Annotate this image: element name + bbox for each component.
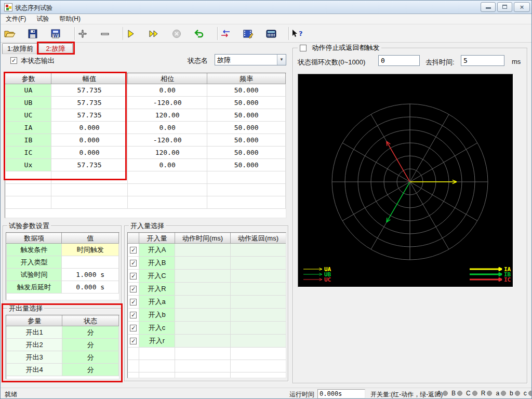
phase-cell[interactable]: 120.00 (127, 109, 207, 122)
action-time-cell[interactable] (175, 309, 231, 322)
test-params-table: 数据项 值 触发条件 时间触发 开入类型 (6, 232, 119, 300)
amplitude-cell[interactable]: 0.000 (51, 147, 128, 159)
param-value-cell[interactable]: 1.000 s (62, 269, 119, 281)
channel-name-cell: IA (6, 122, 51, 134)
indicator-dot (487, 391, 492, 396)
menu-test[interactable]: 试验 (31, 14, 54, 24)
input-checkbox[interactable]: ✓ (130, 247, 137, 254)
action-return-cell[interactable] (231, 296, 286, 309)
output-select-table: 参量 状态 开出1 分 开出2 分 (6, 315, 119, 379)
input-checkbox[interactable]: ✓ (130, 312, 137, 318)
action-time-cell[interactable] (175, 335, 231, 348)
frequency-cell[interactable]: 50.000 (207, 109, 286, 122)
undo-button[interactable] (192, 26, 206, 41)
amplitude-cell[interactable]: 57.735 (51, 97, 128, 109)
input-checkbox[interactable]: ✓ (130, 325, 137, 331)
menu-help[interactable]: 帮助(H) (54, 14, 86, 24)
waveform-report-icon (243, 29, 254, 38)
minimize-button[interactable] (481, 2, 496, 12)
run-all-button[interactable] (147, 26, 161, 41)
trigger-checkbox[interactable] (300, 45, 307, 51)
frequency-cell[interactable]: 50.000 (207, 147, 286, 159)
phase-cell[interactable]: 120.00 (127, 147, 207, 159)
run-button[interactable] (124, 26, 138, 41)
channel-row: IB 0.000 -120.00 50.000 (6, 134, 286, 147)
calculator-button[interactable] (264, 26, 278, 41)
action-return-cell[interactable] (231, 309, 286, 322)
runtime-label: 运行时间 (289, 390, 314, 399)
action-time-cell[interactable] (175, 244, 231, 257)
open-button[interactable] (3, 26, 17, 41)
input-checkbox[interactable]: ✓ (130, 338, 137, 344)
tab-prefault[interactable]: 1:故障前 (2, 43, 38, 54)
test-params-title: 试验参数设置 (7, 221, 51, 231)
col-phase: 相位 (127, 74, 207, 84)
action-time-cell[interactable] (175, 270, 231, 283)
input-checkbox[interactable]: ✓ (130, 260, 137, 267)
remove-state-button[interactable] (98, 26, 112, 41)
phase-cell[interactable]: 0.00 (127, 159, 207, 171)
action-return-cell[interactable] (231, 335, 286, 348)
loop-count-input[interactable]: 0 (378, 55, 420, 66)
phase-cell[interactable]: -120.00 (127, 97, 207, 109)
action-return-cell[interactable] (231, 270, 286, 283)
close-button[interactable]: × (514, 2, 530, 12)
phase-cell[interactable]: -120.00 (127, 134, 207, 147)
action-return-cell[interactable] (231, 283, 286, 296)
input-checkbox[interactable]: ✓ (130, 286, 137, 292)
action-return-cell[interactable] (231, 257, 286, 270)
state-output-checkbox[interactable]: ✓ (10, 57, 17, 64)
col-output-state: 状态 (62, 316, 119, 326)
close-icon: × (520, 3, 524, 11)
input-name-cell: 开入r (139, 335, 175, 348)
param-value-cell[interactable]: 0.000 s (62, 281, 119, 294)
input-checkbox[interactable]: ✓ (130, 273, 137, 280)
phasor-plot: UAUBUCIAIBIC (298, 74, 513, 287)
svg-text:IC: IC (504, 276, 511, 283)
action-time-cell[interactable] (175, 322, 231, 335)
action-return-cell[interactable] (231, 322, 286, 335)
maximize-button[interactable] (497, 2, 512, 12)
waveform-report-button[interactable] (241, 26, 255, 41)
amplitude-cell[interactable]: 57.735 (51, 109, 128, 122)
debounce-input[interactable]: 5 (461, 55, 504, 66)
context-help-button[interactable]: ? (289, 26, 303, 41)
phasor-view-button[interactable] (218, 26, 232, 41)
output-name-cell: 开出1 (7, 326, 62, 339)
frequency-cell[interactable]: 50.000 (207, 97, 286, 109)
frequency-cell[interactable]: 50.000 (207, 134, 286, 147)
output-state-cell[interactable]: 分 (62, 364, 119, 376)
export-report-button[interactable]: W (48, 26, 62, 41)
output-state-cell[interactable]: 分 (62, 351, 119, 364)
action-time-cell[interactable] (175, 283, 231, 296)
input-checkbox[interactable]: ✓ (130, 299, 137, 305)
output-state-cell[interactable]: 分 (62, 326, 119, 339)
frequency-cell[interactable]: 50.000 (207, 159, 286, 171)
indicator-dot (501, 391, 506, 396)
action-time-cell[interactable] (175, 296, 231, 309)
state-output-label: 本状态输出 (21, 56, 55, 65)
action-return-cell[interactable] (231, 244, 286, 257)
amplitude-cell[interactable]: 57.735 (51, 84, 128, 97)
save-button[interactable] (25, 26, 39, 41)
param-value-cell[interactable] (62, 256, 119, 269)
state-name-combobox[interactable]: 故障 ▼ (215, 54, 286, 65)
output-state-cell[interactable]: 分 (62, 339, 119, 351)
empty-row (6, 196, 286, 209)
action-time-cell[interactable] (175, 257, 231, 270)
amplitude-cell[interactable]: 0.000 (51, 134, 128, 147)
col-frequency: 频率 (207, 74, 286, 84)
phase-cell[interactable]: 0.00 (127, 84, 207, 97)
chevron-down-icon[interactable]: ▼ (277, 55, 286, 65)
frequency-cell[interactable]: 50.000 (207, 84, 286, 97)
amplitude-cell[interactable]: 57.735 (51, 159, 128, 171)
tab-fault[interactable]: 2:故障 (38, 43, 73, 54)
stop-button[interactable] (169, 26, 183, 41)
frequency-cell[interactable]: 50.000 (207, 122, 286, 134)
add-state-button[interactable] (75, 26, 89, 41)
menu-file[interactable]: 文件(F) (1, 14, 31, 24)
amplitude-cell[interactable]: 0.000 (51, 122, 128, 134)
param-value-cell[interactable]: 时间触发 (62, 244, 119, 256)
phase-cell[interactable]: 0.00 (127, 122, 207, 134)
param-item-cell: 开入类型 (7, 256, 62, 269)
